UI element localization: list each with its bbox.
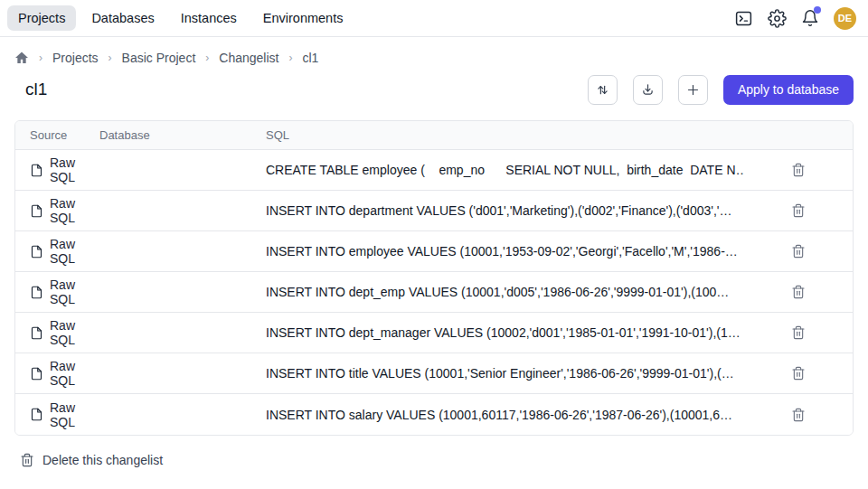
nav-tab-databases[interactable]: Databases — [80, 5, 165, 31]
column-header-database: Database — [99, 128, 266, 142]
plus-icon — [685, 82, 701, 98]
nav-tab-instances[interactable]: Instances — [170, 5, 248, 31]
import-button[interactable] — [633, 75, 663, 105]
avatar[interactable]: DE — [834, 7, 856, 30]
breadcrumb-changelist[interactable]: Changelist — [219, 51, 278, 65]
actions-cell — [744, 241, 853, 261]
source-cell: Raw SQL — [15, 318, 99, 347]
table-body: Raw SQL CREATE TABLE employee ( emp_no S… — [15, 150, 853, 435]
delete-row-trash-icon[interactable] — [788, 160, 808, 180]
actions-cell — [744, 201, 853, 221]
header-actions: Apply to database — [588, 75, 854, 105]
sql-cell: INSERT INTO title VALUES (10001,'Senior … — [266, 366, 744, 381]
breadcrumb-projects[interactable]: Projects — [52, 51, 99, 65]
bell-icon[interactable] — [800, 8, 820, 28]
actions-cell — [744, 323, 853, 343]
nav-icon-group: DE — [733, 7, 856, 30]
chevron-right-icon: › — [288, 52, 292, 64]
source-label: Raw SQL — [50, 359, 99, 388]
table-row: Raw SQL INSERT INTO dept_emp VALUES (100… — [15, 272, 853, 313]
page-header: cl1 Apply to — [25, 74, 854, 105]
sql-cell: INSERT INTO dept_manager VALUES (10002,'… — [266, 325, 744, 340]
source-cell: Raw SQL — [15, 277, 99, 306]
chevron-right-icon: › — [108, 52, 112, 64]
trash-icon — [20, 453, 34, 467]
apply-to-database-button[interactable]: Apply to database — [723, 75, 854, 105]
source-cell: Raw SQL — [15, 359, 99, 388]
table-row: Raw SQL INSERT INTO title VALUES (10001,… — [15, 353, 853, 394]
file-icon — [30, 286, 43, 299]
delete-row-trash-icon[interactable] — [788, 323, 808, 343]
file-icon — [30, 164, 43, 177]
actions-cell — [744, 282, 853, 302]
delete-row-trash-icon[interactable] — [788, 363, 808, 383]
top-nav: Projects Databases Instances Environment… — [0, 0, 868, 37]
gear-icon[interactable] — [767, 8, 787, 28]
source-cell: Raw SQL — [15, 155, 99, 184]
column-header-sql: SQL — [266, 128, 744, 142]
file-icon — [30, 326, 43, 340]
notification-dot — [814, 6, 821, 14]
actions-cell — [744, 160, 853, 180]
import-icon — [640, 82, 656, 98]
delete-changelist-label: Delete this changelist — [42, 453, 163, 467]
breadcrumb-basic-project[interactable]: Basic Project — [122, 51, 196, 65]
column-header-source: Source — [15, 128, 99, 142]
sql-editor-terminal-icon[interactable] — [733, 8, 753, 28]
nav-tab-projects[interactable]: Projects — [7, 5, 76, 31]
source-cell: Raw SQL — [15, 400, 99, 429]
sql-cell: INSERT INTO dept_emp VALUES (10001,'d005… — [266, 285, 744, 299]
delete-row-trash-icon[interactable] — [788, 405, 808, 425]
source-label: Raw SQL — [50, 155, 99, 184]
sql-cell: CREATE TABLE employee ( emp_no SERIAL NO… — [266, 163, 744, 177]
delete-changelist-button[interactable]: Delete this changelist — [20, 453, 163, 467]
actions-cell — [744, 405, 853, 425]
sql-cell: INSERT INTO employee VALUES (10001,'1953… — [266, 244, 744, 259]
table-header-row: Source Database SQL — [15, 121, 853, 150]
table-row: Raw SQL CREATE TABLE employee ( emp_no S… — [15, 150, 853, 191]
file-icon — [30, 408, 43, 421]
breadcrumb: › Projects › Basic Project › Changelist … — [14, 51, 854, 65]
delete-row-trash-icon[interactable] — [788, 282, 808, 302]
chevron-right-icon: › — [205, 52, 209, 64]
delete-row-trash-icon[interactable] — [788, 241, 808, 261]
nav-tabs: Projects Databases Instances Environment… — [7, 5, 354, 31]
source-label: Raw SQL — [50, 318, 99, 347]
file-icon — [30, 245, 43, 259]
home-icon[interactable] — [14, 51, 29, 65]
table-row: Raw SQL INSERT INTO department VALUES ('… — [15, 191, 853, 231]
file-icon — [30, 204, 43, 218]
source-label: Raw SQL — [50, 196, 99, 225]
table-row: Raw SQL INSERT INTO salary VALUES (10001… — [15, 394, 853, 435]
breadcrumb-current: cl1 — [302, 51, 318, 65]
source-label: Raw SQL — [50, 277, 99, 306]
sort-arrows-icon — [595, 82, 610, 98]
sql-cell: INSERT INTO department VALUES ('d001','M… — [266, 203, 744, 218]
actions-cell — [744, 363, 853, 383]
add-change-button[interactable] — [678, 75, 708, 105]
changelist-table: Source Database SQL Raw SQL CREATE TABLE… — [14, 120, 854, 436]
sql-cell: INSERT INTO salary VALUES (10001,60117,'… — [266, 408, 744, 422]
source-cell: Raw SQL — [15, 196, 99, 225]
chevron-right-icon: › — [39, 52, 42, 64]
delete-row-trash-icon[interactable] — [788, 201, 808, 221]
table-row: Raw SQL INSERT INTO employee VALUES (100… — [15, 231, 853, 272]
source-cell: Raw SQL — [15, 237, 99, 266]
nav-tab-environments[interactable]: Environments — [252, 5, 354, 31]
file-icon — [30, 367, 43, 381]
source-label: Raw SQL — [50, 237, 99, 266]
table-row: Raw SQL INSERT INTO dept_manager VALUES … — [15, 313, 853, 353]
source-label: Raw SQL — [50, 400, 99, 429]
page-title: cl1 — [25, 80, 47, 99]
reorder-button[interactable] — [588, 75, 618, 105]
